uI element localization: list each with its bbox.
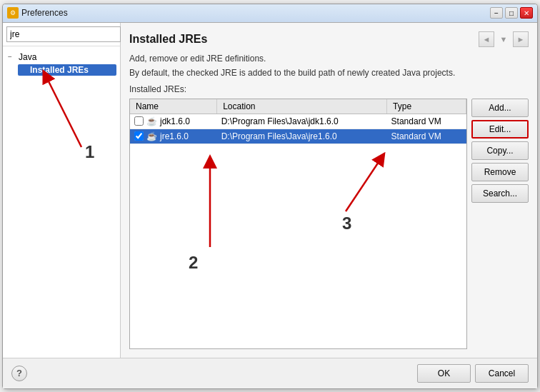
content-area: − Java Installed JREs bbox=[3, 23, 537, 358]
jre-table-container: Name Location Type ☕ bbox=[129, 99, 467, 349]
row2-location: D:\Program Files\Java\jre1.6.0 bbox=[217, 129, 387, 144]
table-section: Name Location Type ☕ bbox=[129, 99, 529, 349]
tree-node-installed-jres: Installed JREs bbox=[18, 63, 116, 77]
jre-table: Name Location Type ☕ bbox=[130, 99, 466, 144]
tree-area: − Java Installed JREs bbox=[3, 46, 120, 358]
tree-installed-jres-label[interactable]: Installed JREs bbox=[18, 64, 116, 76]
nav-forward-button[interactable]: ► bbox=[513, 31, 529, 47]
add-button[interactable]: Add... bbox=[471, 99, 529, 117]
row2-type: Standard VM bbox=[387, 129, 466, 144]
preferences-window: ⚙ Preferences − □ ✕ bbox=[2, 4, 538, 389]
bottom-buttons: OK Cancel bbox=[417, 364, 529, 383]
col-header-type: Type bbox=[387, 99, 466, 114]
bottom-bar: ? OK Cancel bbox=[3, 358, 537, 388]
panel-title: Installed JREs bbox=[129, 33, 207, 46]
description-line1: Add, remove or edit JRE definitions. bbox=[129, 53, 529, 65]
copy-button[interactable]: Copy... bbox=[471, 141, 529, 160]
action-buttons: Add... Edit... Copy... Remove Search... bbox=[471, 99, 529, 349]
minimize-button[interactable]: − bbox=[490, 7, 503, 19]
table-row[interactable]: ☕ jdk1.6.0 D:\Program Files\Java\jdk1.6.… bbox=[130, 114, 466, 129]
row1-type: Standard VM bbox=[387, 114, 466, 129]
row2-checkbox[interactable] bbox=[134, 131, 144, 141]
right-panel: Installed JREs ◄ ▼ ► Add, remove or edit… bbox=[121, 23, 537, 358]
col-header-name: Name bbox=[130, 99, 217, 114]
tree-children-java: Installed JREs bbox=[18, 63, 116, 77]
row2-icon: ☕ bbox=[146, 131, 157, 141]
java-label: Java bbox=[19, 52, 36, 62]
tree-node-java: − Java Installed JREs bbox=[6, 50, 116, 79]
edit-button[interactable]: Edit... bbox=[471, 120, 529, 139]
window-controls: − □ ✕ bbox=[490, 7, 533, 19]
window-icon: ⚙ bbox=[7, 7, 19, 19]
row2-name: ☕ jre1.6.0 bbox=[130, 129, 217, 144]
installed-jres-label: Installed JREs bbox=[30, 65, 89, 75]
col-header-location: Location bbox=[217, 99, 387, 114]
row2-name-text: jre1.6.0 bbox=[160, 131, 189, 141]
panel-header: Installed JREs ◄ ▼ ► bbox=[129, 31, 529, 47]
nav-separator: ▼ bbox=[496, 31, 511, 47]
nav-arrows: ◄ ▼ ► bbox=[479, 31, 529, 47]
description-line2: By default, the checked JRE is added to … bbox=[129, 67, 529, 79]
tree-java-label[interactable]: − Java bbox=[6, 51, 116, 63]
search-input[interactable] bbox=[6, 26, 121, 42]
search-container bbox=[3, 23, 120, 46]
installed-label: Installed JREs: bbox=[129, 84, 529, 96]
expand-java-icon: − bbox=[8, 53, 16, 61]
left-panel: − Java Installed JREs bbox=[3, 23, 121, 358]
title-bar: ⚙ Preferences − □ ✕ bbox=[3, 4, 537, 23]
row1-location: D:\Program Files\Java\jdk1.6.0 bbox=[217, 114, 387, 129]
row1-name-text: jdk1.6.0 bbox=[160, 116, 190, 126]
search-button[interactable]: Search... bbox=[471, 184, 529, 203]
help-button[interactable]: ? bbox=[11, 366, 27, 381]
remove-button[interactable]: Remove bbox=[471, 163, 529, 181]
cancel-button[interactable]: Cancel bbox=[475, 364, 529, 383]
nav-back-button[interactable]: ◄ bbox=[479, 31, 494, 47]
maximize-button[interactable]: □ bbox=[505, 7, 518, 19]
row1-checkbox[interactable] bbox=[134, 116, 144, 126]
row1-icon: ☕ bbox=[146, 116, 157, 126]
table-row[interactable]: ☕ jre1.6.0 D:\Program Files\Java\jre1.6.… bbox=[130, 129, 466, 144]
window-title: Preferences bbox=[21, 8, 490, 18]
row1-name: ☕ jdk1.6.0 bbox=[130, 114, 217, 129]
close-button[interactable]: ✕ bbox=[520, 7, 533, 19]
ok-button[interactable]: OK bbox=[417, 364, 471, 383]
